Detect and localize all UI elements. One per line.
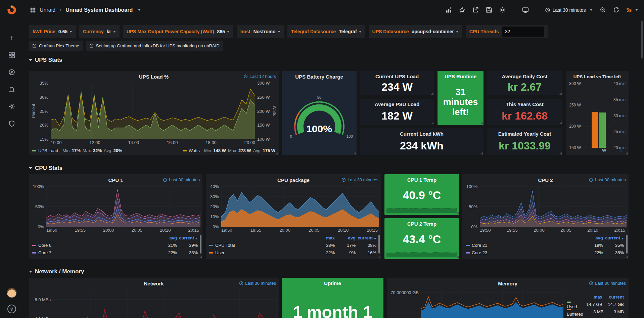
refresh-interval-select[interactable]: 5s: [626, 7, 638, 13]
panel-time-override[interactable]: Last 30 minutes: [239, 281, 276, 286]
legend-column-header[interactable]: avg: [582, 235, 603, 240]
variable-value[interactable]: apcupsd-container: [412, 29, 459, 34]
bar-t[interactable]: [599, 112, 606, 148]
configuration-gear-icon[interactable]: [8, 102, 16, 110]
bar-chart-plot[interactable]: [583, 84, 611, 148]
variable-value[interactable]: 865: [217, 29, 230, 34]
panel-title[interactable]: CPU 1 Temp: [384, 177, 459, 183]
apps-grid-icon[interactable]: [30, 7, 36, 13]
variable-value[interactable]: Telegraf: [339, 29, 361, 34]
x-axis-tick: 20:00: [279, 228, 290, 233]
panel-title[interactable]: Average PSU Load: [360, 101, 434, 107]
panel-title[interactable]: Network: [144, 281, 164, 286]
add-panel-icon[interactable]: [446, 7, 452, 13]
dashboards-icon[interactable]: [8, 51, 16, 59]
panel-time-override[interactable]: Last 30 minutes: [589, 281, 626, 286]
legend-row: Core 722%33%: [32, 249, 198, 256]
explore-icon[interactable]: [8, 68, 16, 76]
chart-plot[interactable]: [221, 186, 379, 227]
server-admin-shield-icon[interactable]: [8, 120, 16, 128]
refresh-icon[interactable]: [613, 7, 619, 13]
dashboard-link[interactable]: Setting up Grafana and InfluxDB for UPS …: [86, 41, 223, 51]
legend-series-name[interactable]: Core 6: [32, 243, 156, 248]
external-link-icon: [89, 44, 94, 48]
legend-series-name[interactable]: User: [209, 250, 314, 255]
chart-plot[interactable]: [46, 186, 200, 227]
zoom-out-icon[interactable]: [599, 7, 606, 13]
legend-column-header[interactable]: current: [602, 294, 624, 300]
dashboard-title[interactable]: Unraid System Dashboard: [65, 7, 133, 13]
panel-title[interactable]: UPS Runtime: [438, 74, 484, 79]
panel-title[interactable]: Memory: [498, 281, 517, 286]
time-range-picker[interactable]: Last 30 minutes: [545, 7, 593, 13]
help-icon[interactable]: ?: [7, 305, 16, 313]
panel-title[interactable]: CPU package: [277, 177, 310, 183]
chart-plot[interactable]: [51, 83, 255, 139]
panel-time-override[interactable]: Last 30 minutes: [341, 177, 378, 182]
legend-series-name[interactable]: Watts: [189, 148, 200, 153]
chart-plot[interactable]: [53, 290, 277, 318]
variable-value[interactable]: Nostromo: [253, 29, 280, 34]
legend-scrollbar[interactable]: [626, 235, 628, 254]
grafana-logo[interactable]: [0, 0, 24, 20]
save-icon[interactable]: [486, 7, 493, 13]
legend-column-header[interactable]: current: [356, 235, 376, 240]
share-icon[interactable]: [472, 7, 479, 13]
user-avatar[interactable]: [7, 288, 17, 298]
legend-scrollbar[interactable]: [200, 235, 201, 254]
section-ups-stats[interactable]: UPS Stats: [29, 57, 62, 63]
dashboard-link[interactable]: Grafana Plex Theme: [29, 41, 83, 51]
section-cpu-stats[interactable]: CPU Stats: [29, 165, 62, 172]
legend-column-header[interactable]: avg: [156, 235, 177, 240]
y-axis-ticks-right: 300 W250 W200 W150 W100 W: [255, 83, 272, 139]
panel-title[interactable]: Estimated Yearly Cost: [487, 131, 562, 137]
x-axis-tick: 20:05: [309, 228, 320, 233]
breadcrumb-app[interactable]: Unraid: [40, 7, 55, 13]
legend-series-name[interactable]: UPS Load: [38, 148, 58, 153]
panel-title[interactable]: UPS Load vs Time left: [573, 74, 621, 79]
axis-tick: 40%: [210, 184, 219, 189]
dashboard-title-caret-icon[interactable]: [138, 9, 141, 11]
alerting-icon[interactable]: [8, 85, 16, 93]
panel-cpu1: CPU 1 Last 30 minutes 100%50%0% 19:5019:…: [29, 174, 202, 259]
legend-series-name[interactable]: CPU Total: [209, 243, 314, 248]
bar-label: T: [618, 148, 625, 153]
chart-plot[interactable]: [480, 186, 627, 227]
page-scrollbar[interactable]: [641, 21, 643, 58]
panel-title[interactable]: Average Daily Cost: [487, 74, 562, 79]
legend-series-name[interactable]: Core 21: [466, 243, 582, 248]
section-network-memory[interactable]: Network / Memory: [29, 268, 84, 275]
dashboard-settings-gear-icon[interactable]: [499, 7, 506, 13]
legend-scrollbar[interactable]: [378, 235, 380, 254]
legend-series-name[interactable]: Core 7: [32, 250, 156, 255]
legend-column-header[interactable]: current: [177, 235, 198, 240]
panel-time-override[interactable]: Last 12 hours: [243, 74, 276, 79]
legend-series-name[interactable]: Buffered: [567, 307, 583, 317]
variable-value[interactable]: kr: [106, 29, 116, 34]
create-icon[interactable]: +: [8, 34, 16, 42]
panel-title[interactable]: CPU 1: [108, 177, 123, 183]
panel-title[interactable]: Uptime: [282, 280, 383, 286]
panel-title[interactable]: CPU 2: [538, 177, 553, 183]
legend-series-name[interactable]: Core 23: [466, 250, 582, 255]
chart-plot[interactable]: [421, 290, 563, 318]
cycle-view-monitor-icon[interactable]: [522, 7, 529, 13]
legend-column-header[interactable]: avg: [335, 235, 356, 240]
panel-title[interactable]: UPS Load %: [139, 74, 169, 80]
y-axis-title-left: Percent: [31, 83, 36, 139]
panel-title[interactable]: CPU 2 Temp: [384, 221, 459, 227]
bar-w[interactable]: [592, 112, 598, 148]
legend-column-header[interactable]: max: [314, 235, 335, 240]
panel-title[interactable]: Current UPS Load: [360, 74, 434, 79]
panel-time-override[interactable]: Last 30 minutes: [163, 177, 200, 182]
legend-column-header[interactable]: current: [603, 235, 624, 240]
panel-title[interactable]: Current Load kWh: [360, 131, 484, 137]
variable-value[interactable]: 0.65: [58, 29, 72, 34]
variable-input[interactable]: 32: [502, 27, 544, 37]
legend-column-header[interactable]: max: [581, 294, 602, 300]
panel-title[interactable]: UPS Battery Charge: [295, 74, 343, 80]
panel-time-override[interactable]: Last 30 minutes: [589, 177, 626, 182]
panel-title[interactable]: This Years Cost: [487, 101, 562, 107]
legend-header: maxavgcurrent: [209, 234, 376, 241]
star-icon[interactable]: [459, 7, 466, 13]
